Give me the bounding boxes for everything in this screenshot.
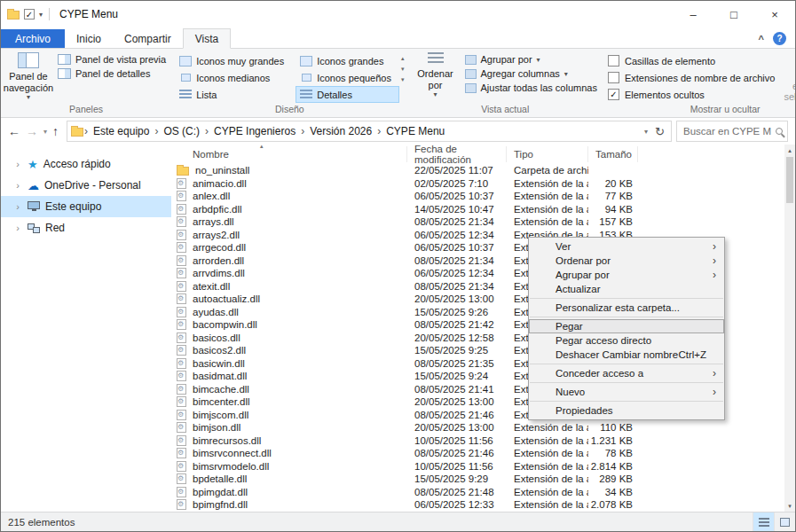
tab-archivo[interactable]: Archivo <box>1 29 65 48</box>
context-menu-item-ordenar-por[interactable]: Ordenar por› <box>529 254 724 268</box>
column-header-tipo[interactable]: Tipo <box>507 146 588 162</box>
file-row-bpimgdat-dll[interactable]: bpimgdat.dll08/05/2025 21:48Extensión de… <box>171 486 784 499</box>
scrollbar-thumb[interactable] <box>786 157 793 203</box>
maximize-button[interactable]: □ <box>713 1 754 27</box>
add-columns-label: Agregar columnas <box>481 68 560 79</box>
file-row-anlex-dll[interactable]: anlex.dll06/05/2025 10:37Extensión de la… <box>171 190 784 203</box>
forward-icon[interactable]: → <box>26 124 38 138</box>
file-type: Extensión de la ap... <box>507 499 588 510</box>
quick-access-check-icon[interactable]: ✓ <box>24 9 35 20</box>
checkbox-casillas-de-elemento[interactable]: Casillas de elemento <box>608 55 775 66</box>
breadcrumb-item-cype-menu[interactable]: CYPE Menu <box>382 122 449 140</box>
scroll-up-icon[interactable]: ▴ <box>784 145 795 156</box>
layout-gallery-scroll[interactable]: ▴ ▾ ▾ <box>399 49 408 83</box>
sidebar-item-onedrive-personal[interactable]: ›☁OneDrive - Personal <box>1 175 171 196</box>
breadcrumb-item-este-equipo[interactable]: Este equipo <box>89 122 154 140</box>
chevron-right-icon[interactable]: › <box>13 159 22 169</box>
sidebar-item-acceso-rápido[interactable]: ›★Acceso rápido <box>1 153 171 175</box>
dll-icon <box>177 204 186 215</box>
context-menu-item-personalizar-esta-carpeta[interactable]: Personalizar esta carpeta... <box>529 301 724 315</box>
column-header-fecha[interactable]: Fecha de modificación <box>407 146 507 162</box>
checkbox-elementos-ocultos[interactable]: ✓Elementos ocultos <box>608 89 775 100</box>
file-row-bimsrvmodelo-dll[interactable]: bimsrvmodelo.dll10/05/2025 11:56Extensió… <box>171 460 784 473</box>
column-header-nombre[interactable]: ▴ Nombre <box>171 146 407 162</box>
chevron-right-icon[interactable]: › <box>13 223 22 233</box>
scroll-down-icon[interactable]: ▾ <box>784 500 795 512</box>
preview-pane-button[interactable]: Panel de vista previa <box>58 54 166 65</box>
minimize-button[interactable]: – <box>673 1 713 27</box>
sort-by-button[interactable]: Ordenar por ▾ <box>408 49 463 98</box>
nav-pane-button[interactable]: Panel de navegación ▾ <box>1 49 56 101</box>
search-icon[interactable] <box>776 128 783 135</box>
vertical-scrollbar[interactable]: ▴ ▾ <box>784 145 795 512</box>
breadcrumb-item-versión-2026[interactable]: Versión 2026 <box>305 122 376 140</box>
column-header-tamano[interactable]: Tamaño <box>588 146 638 162</box>
address-dropdown-icon[interactable]: ▾ <box>644 128 648 136</box>
context-menu-item-conceder-acceso-a[interactable]: Conceder acceso a› <box>529 366 724 380</box>
file-row-bpdetalle-dll[interactable]: bpdetalle.dll15/05/2025 9:29Extensión de… <box>171 473 784 486</box>
details-view-button[interactable] <box>753 512 774 531</box>
context-menu-item-pegar-acceso-directo[interactable]: Pegar acceso directo <box>529 333 724 348</box>
context-menu-item-ver[interactable]: Ver› <box>529 239 724 254</box>
context-menu-item-propiedades[interactable]: Propiedades <box>529 403 724 418</box>
recent-locations-icon[interactable]: ▾ <box>43 128 47 136</box>
sidebar-item-red[interactable]: ›Red <box>1 217 171 239</box>
back-icon[interactable]: ← <box>8 124 20 138</box>
add-columns-button[interactable]: Agregar columnas ▾ <box>465 68 597 79</box>
collapse-ribbon-icon[interactable]: ^ <box>759 34 764 44</box>
search-input[interactable] <box>683 126 771 137</box>
scroll-down-icon[interactable]: ▾ <box>401 66 405 73</box>
layout-option-iconos-grandes[interactable]: Iconos grandes <box>296 52 399 69</box>
layout-option-lista[interactable]: Lista <box>175 86 292 103</box>
tab-inicio[interactable]: Inicio <box>65 29 113 48</box>
layout-option-iconos-muy-grandes[interactable]: Iconos muy grandes <box>175 52 292 69</box>
breadcrumb-item-cype-ingenieros[interactable]: CYPE Ingenieros <box>209 122 300 140</box>
file-row-arrays-dll[interactable]: arrays.dll08/05/2025 21:34Extensión de l… <box>171 215 784 229</box>
help-icon[interactable]: ? <box>773 32 786 45</box>
file-type: Extensión de la ap... <box>507 487 588 497</box>
close-button[interactable]: × <box>754 1 795 27</box>
details-pane-button[interactable]: Panel de detalles <box>58 68 166 79</box>
file-date: 08/05/2025 21:34 <box>407 216 507 227</box>
mostrar-ocultar-group-label: Mostrar u ocultar <box>603 103 796 117</box>
breadcrumb-item-os-c[interactable]: OS (C:) <box>159 122 204 140</box>
file-row-bimsrvconnect-dll[interactable]: bimsrvconnect.dll08/05/2025 21:46Extensi… <box>171 447 784 460</box>
checkbox-extensiones-de-nombre-de-archivo[interactable]: Extensiones de nombre de archivo <box>608 72 775 83</box>
file-type: Extensión de la ap... <box>507 422 588 433</box>
tab-vista[interactable]: Vista <box>183 28 231 49</box>
gallery-more-icon[interactable]: ▾ <box>401 76 405 83</box>
quick-access-dropdown-icon[interactable]: ▾ <box>39 11 43 19</box>
context-menu-item-actualizar[interactable]: Actualizar <box>529 282 724 296</box>
tab-compartir[interactable]: Compartir <box>113 29 183 48</box>
layout-option-iconos-pequeños[interactable]: Iconos pequeños <box>296 69 399 86</box>
file-name: bimrecursos.dll <box>193 435 261 446</box>
up-icon[interactable]: ↑ <box>52 124 59 138</box>
file-row-bpimgfnd-dll[interactable]: bpimgfnd.dll06/05/2025 12:33Extensión de… <box>171 498 784 512</box>
sidebar-item-este-equipo[interactable]: ›Este equipo <box>1 196 171 217</box>
file-row-bimrecursos-dll[interactable]: bimrecursos.dll10/05/2025 11:56Extensión… <box>171 434 784 448</box>
context-menu-item-nuevo[interactable]: Nuevo› <box>529 385 724 399</box>
refresh-icon[interactable]: ↻ <box>655 125 665 138</box>
hide-selected-button[interactable]: Ocultar elementos seleccionados <box>782 49 796 103</box>
file-row-bimjson-dll[interactable]: bimjson.dll20/05/2025 13:00Extensión de … <box>171 421 784 434</box>
file-row-no-uninstall[interactable]: no_uninstall22/05/2025 11:07Carpeta de a… <box>171 164 784 177</box>
chevron-right-icon[interactable]: › <box>13 201 22 212</box>
group-by-button[interactable]: Agrupar por ▾ <box>465 54 597 65</box>
layout-option-iconos-medianos[interactable]: Iconos medianos <box>175 69 292 86</box>
thumbnail-view-button[interactable] <box>774 512 795 531</box>
context-menu-item-agrupar-por[interactable]: Agrupar por› <box>529 268 724 282</box>
fit-columns-button[interactable]: Ajustar todas las columnas <box>465 82 597 93</box>
submenu-chevron-icon: › <box>713 254 716 268</box>
context-menu-item-deshacer-cambiar-nombre[interactable]: Deshacer Cambiar nombreCtrl+Z <box>529 348 724 362</box>
file-row-arbdpfic-dll[interactable]: arbdpfic.dll14/05/2025 10:47Extensión de… <box>171 203 784 216</box>
layout-option-detalles[interactable]: Detalles <box>296 86 399 103</box>
chevron-right-icon[interactable]: › <box>13 180 22 191</box>
file-row-animacio-dll[interactable]: animacio.dll02/05/2025 7:10Extensión de … <box>171 177 784 191</box>
dll-icon <box>177 422 186 433</box>
dll-icon <box>177 435 186 446</box>
layout-thumb-icon <box>179 90 192 99</box>
scroll-up-icon[interactable]: ▴ <box>401 55 405 62</box>
context-menu-item-pegar[interactable]: Pegar <box>529 319 724 333</box>
address-box[interactable]: ›Este equipo›OS (C:)›CYPE Ingenieros›Ver… <box>67 121 672 142</box>
file-date: 08/05/2025 21:46 <box>407 448 507 458</box>
